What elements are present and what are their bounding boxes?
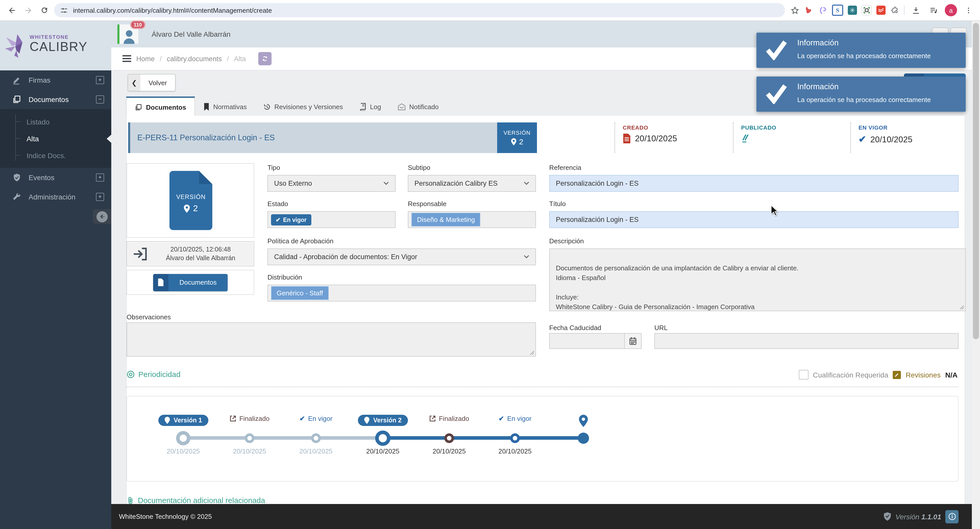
- bookmark-star-icon[interactable]: [788, 3, 801, 17]
- periodicidad-heading: Periodicidad: [127, 370, 180, 378]
- map-pin-icon: [164, 417, 170, 424]
- timeline-circle[interactable]: [510, 433, 520, 443]
- finalizado-label: Finalizado: [429, 415, 469, 423]
- documents-button-box: Documentos: [127, 270, 254, 295]
- info-icon[interactable]: [945, 510, 959, 523]
- tipo-select[interactable]: Uso Externo: [267, 175, 396, 192]
- chevron-down-icon: [524, 255, 529, 259]
- politica-select[interactable]: Calidad - Aprobación de documentos: En V…: [267, 248, 536, 265]
- tab-notificado[interactable]: Notificado: [389, 98, 447, 116]
- observaciones-textarea[interactable]: [127, 322, 536, 357]
- sidebar-collapse-button[interactable]: [93, 209, 111, 224]
- timeline-segment-current: [383, 436, 584, 440]
- descripcion-textarea[interactable]: Documentos de personalización de una imp…: [549, 248, 966, 311]
- extensions-row: S a: [804, 3, 975, 17]
- sidebar-item-label: Documentos: [29, 95, 89, 103]
- page-scrollbar[interactable]: [972, 21, 980, 529]
- resize-handle[interactable]: [959, 305, 964, 310]
- timeline-circle[interactable]: [578, 432, 589, 444]
- cualificacion-checkbox[interactable]: [799, 370, 808, 380]
- tab-revisiones-y-versiones[interactable]: Revisiones y Versiones: [255, 98, 351, 116]
- timeline-circle[interactable]: [375, 431, 390, 446]
- url-input[interactable]: [654, 333, 959, 349]
- sidebar-subitem-alta[interactable]: Alta: [0, 130, 111, 147]
- toast-notification[interactable]: Información La operación se ha procesado…: [756, 76, 966, 112]
- subitem-label: Indice Docs.: [27, 151, 66, 159]
- back-icon[interactable]: [5, 3, 18, 17]
- expand-plus-icon[interactable]: +: [96, 173, 104, 182]
- sidebar-subitem-listado[interactable]: Listado: [0, 113, 111, 130]
- url-text[interactable]: internal.calibry.com/calibry/calibry.htm…: [73, 6, 272, 14]
- user-avatar[interactable]: 110: [118, 24, 138, 44]
- extension-red-icon[interactable]: [804, 6, 814, 15]
- media-queue-icon[interactable]: [927, 3, 940, 17]
- main-content: ❮ Volver Documentos Normativas Revisione…: [111, 70, 972, 504]
- tab-documentos[interactable]: Documentos: [126, 97, 195, 116]
- forward-icon[interactable]: [21, 3, 35, 17]
- breadcrumb-section[interactable]: calibry.documents: [167, 55, 222, 62]
- subitem-label: Listado: [27, 118, 49, 126]
- responsable-chip[interactable]: Diseño & Marketing: [411, 213, 480, 227]
- extensions-puzzle-icon[interactable]: [890, 6, 899, 15]
- fecha-caducidad-input[interactable]: [549, 333, 641, 349]
- notification-count-badge[interactable]: 110: [130, 21, 145, 29]
- browser-menu-kebab-icon[interactable]: [962, 3, 975, 17]
- extension-s-icon[interactable]: S: [832, 5, 843, 16]
- titulo-input[interactable]: Personalización Login - ES: [549, 211, 959, 228]
- sidebar-item-administracion[interactable]: Administración +: [0, 187, 111, 207]
- timeline-date: 20/10/2025: [366, 447, 399, 455]
- browser-toolbar: internal.calibry.com/calibry/calibry.htm…: [0, 0, 980, 21]
- tab-log[interactable]: Log: [351, 98, 389, 116]
- screen: internal.calibry.com/calibry/calibry.htm…: [0, 0, 980, 529]
- extension-todoist-icon[interactable]: [877, 6, 886, 15]
- cualificacion-label: Cualificación Requerida: [813, 371, 888, 379]
- distribucion-field: Genérico - Staff: [267, 284, 536, 302]
- tab-normativas[interactable]: Normativas: [195, 98, 255, 116]
- url-bar[interactable]: internal.calibry.com/calibry/calibry.htm…: [54, 3, 785, 17]
- expand-plus-icon[interactable]: +: [96, 193, 104, 201]
- sidebar-subitem-indice-docs[interactable]: Indice Docs.: [0, 147, 111, 164]
- check-icon: [765, 39, 788, 60]
- toast-notification[interactable]: Información La operación se ha procesado…: [756, 33, 966, 68]
- envigor-label: ✔En vigor: [299, 415, 332, 423]
- revisiones-value: N/A: [945, 371, 958, 379]
- distribucion-chip[interactable]: Genérico - Staff: [271, 286, 329, 300]
- collapse-minus-icon[interactable]: −: [96, 95, 104, 103]
- refresh-icon[interactable]: [258, 52, 271, 65]
- browser-profile-avatar[interactable]: a: [945, 4, 957, 16]
- calendar-icon[interactable]: [624, 334, 641, 348]
- documents-icon: [12, 95, 21, 104]
- timeline-circle[interactable]: [311, 433, 321, 443]
- estado-field: ✔ En vigor: [267, 211, 396, 228]
- distribucion-label: Distribución: [267, 273, 302, 281]
- extension-screenshot-icon[interactable]: [862, 5, 872, 15]
- sidebar-item-firmas[interactable]: Firmas +: [0, 70, 111, 90]
- downloads-icon[interactable]: [909, 3, 922, 17]
- envigor-label: ✔En vigor: [498, 415, 531, 423]
- documentos-button[interactable]: Documentos: [153, 274, 228, 291]
- timeline-circle[interactable]: [444, 433, 454, 443]
- timeline-date: 20/10/2025: [433, 447, 466, 455]
- breadcrumb-home[interactable]: Home: [136, 55, 155, 62]
- site-settings-icon[interactable]: [60, 6, 68, 14]
- timeline-circle[interactable]: [245, 433, 255, 443]
- extension-teal-icon[interactable]: [848, 6, 857, 15]
- hummingbird-logo-icon: [4, 33, 30, 60]
- timeline-circle[interactable]: [176, 431, 190, 445]
- footer: WhiteStone Technology © 2025 Versión 1.1…: [111, 504, 972, 529]
- resize-handle[interactable]: [530, 351, 535, 355]
- subtipo-select[interactable]: Personalización Calibry ES: [408, 175, 536, 192]
- file-red-icon: [623, 133, 631, 143]
- sidebar-item-documentos[interactable]: Documentos −: [0, 90, 111, 109]
- timeline-date: 20/10/2025: [299, 447, 332, 455]
- breadcrumb-separator: /: [160, 55, 162, 62]
- volver-button[interactable]: ❮ Volver: [127, 74, 176, 91]
- referencia-input[interactable]: Personalización Login - ES: [549, 175, 959, 192]
- reload-icon[interactable]: [38, 3, 51, 17]
- menu-hamburger-icon[interactable]: [123, 55, 131, 62]
- sidebar-item-eventos[interactable]: Eventos +: [0, 168, 111, 187]
- extension-purple-icon[interactable]: [818, 6, 827, 15]
- expand-plus-icon[interactable]: +: [96, 76, 104, 84]
- scrollbar-thumb[interactable]: [973, 23, 979, 339]
- timeline-segment-past: [183, 436, 383, 440]
